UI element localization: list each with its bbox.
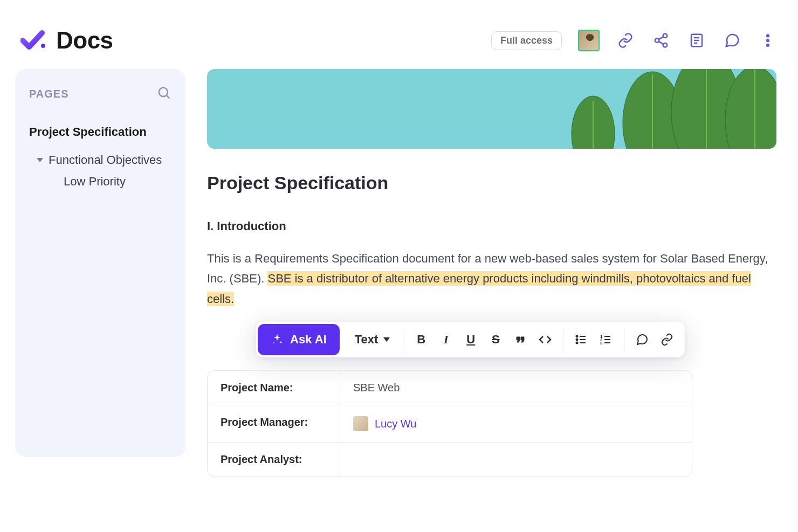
caret-down-icon (383, 337, 390, 342)
formatting-toolbar: Ask AI Text B I U S (256, 322, 685, 357)
text-style-dropdown[interactable]: Text (347, 333, 398, 347)
table-row[interactable]: Project Analyst: (208, 442, 692, 476)
app-title: Docs (56, 27, 113, 54)
page-title: Project Specification (207, 172, 776, 194)
more-icon[interactable] (758, 31, 778, 50)
svg-point-27 (576, 339, 578, 341)
sidebar-item-functional-objectives[interactable]: Functional Objectives (37, 149, 171, 171)
code-button[interactable] (533, 333, 558, 346)
bullet-list-button[interactable] (569, 333, 594, 346)
top-bar: Docs Full access (0, 0, 798, 69)
comment-button[interactable] (630, 333, 655, 346)
table-value: Lucy Wu (340, 405, 692, 442)
project-info-table: Project Name: SBE Web Project Manager: L… (207, 370, 692, 477)
document-icon[interactable] (687, 31, 706, 50)
svg-text:3: 3 (600, 341, 603, 346)
svg-point-2 (655, 38, 659, 43)
svg-point-29 (576, 342, 578, 344)
access-badge[interactable]: Full access (491, 31, 562, 50)
italic-button[interactable]: I (434, 333, 458, 347)
table-key: Project Name: (208, 371, 340, 405)
link-icon[interactable] (616, 31, 635, 50)
share-icon[interactable] (651, 31, 671, 50)
svg-point-1 (663, 34, 668, 38)
svg-point-10 (767, 34, 769, 37)
text-style-label: Text (355, 333, 379, 347)
table-key: Project Manager: (208, 405, 340, 442)
banner-image (207, 69, 776, 149)
sidebar-item-low-priority[interactable]: Low Priority (37, 171, 171, 192)
numbered-list-button[interactable]: 123 (594, 333, 618, 346)
table-value (340, 443, 692, 476)
search-icon[interactable] (156, 85, 171, 102)
table-key: Project Analyst: (208, 443, 340, 476)
app-logo-icon (20, 30, 46, 51)
chevron-down-icon (37, 158, 43, 162)
underline-button[interactable]: U (458, 333, 483, 347)
svg-point-13 (159, 88, 168, 96)
section-heading: I. Introduction (207, 219, 776, 233)
bold-button[interactable]: B (409, 333, 434, 347)
ask-ai-button[interactable]: Ask AI (258, 324, 340, 355)
table-value: SBE Web (340, 371, 692, 405)
svg-point-25 (576, 336, 578, 337)
svg-point-11 (767, 39, 769, 42)
sidebar-header: PAGES (29, 85, 171, 102)
svg-line-5 (659, 42, 664, 44)
link-button[interactable] (655, 333, 679, 346)
user-avatar-icon (353, 416, 368, 431)
ask-ai-label: Ask AI (290, 333, 327, 347)
svg-point-3 (663, 43, 668, 47)
svg-point-23 (280, 342, 282, 343)
quote-button[interactable] (508, 333, 533, 346)
top-actions: Full access (491, 30, 778, 51)
avatar[interactable] (578, 30, 600, 51)
brand: Docs (20, 27, 113, 54)
svg-line-14 (167, 95, 169, 98)
sidebar-item-project-specification[interactable]: Project Specification (29, 119, 171, 146)
intro-paragraph[interactable]: This is a Requirements Specification doc… (207, 248, 776, 309)
sidebar: PAGES Project Specification Functional O… (15, 69, 185, 457)
user-link[interactable]: Lucy Wu (375, 418, 416, 430)
table-row[interactable]: Project Manager: Lucy Wu (208, 405, 692, 442)
svg-point-0 (41, 44, 45, 48)
sidebar-item-label: Functional Objectives (49, 153, 162, 167)
svg-point-24 (273, 342, 274, 343)
document-area: Project Specification I. Introduction Th… (207, 69, 798, 477)
svg-point-12 (767, 44, 769, 46)
sidebar-section-label: PAGES (29, 88, 69, 100)
intro-text-highlighted: SBE is a distributor of alternative ener… (207, 271, 751, 306)
strikethrough-button[interactable]: S (483, 333, 508, 347)
table-row[interactable]: Project Name: SBE Web (208, 371, 692, 405)
svg-line-4 (659, 37, 664, 39)
comment-icon[interactable] (723, 31, 742, 50)
